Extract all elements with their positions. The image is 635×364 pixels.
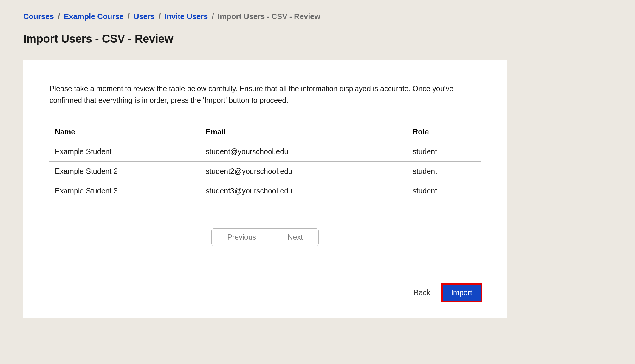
review-card: Please take a moment to review the table… (23, 60, 507, 318)
intro-text: Please take a moment to review the table… (49, 83, 481, 106)
col-header-email: Email (200, 123, 407, 142)
cell-name: Example Student (49, 142, 200, 161)
table-row: Example Student student@yourschool.edu s… (49, 142, 481, 161)
back-button[interactable]: Back (410, 285, 435, 300)
breadcrumb-separator: / (159, 12, 161, 21)
breadcrumb-courses[interactable]: Courses (23, 12, 54, 21)
breadcrumb-separator: / (58, 12, 60, 21)
breadcrumb: Courses / Example Course / Users / Invit… (23, 12, 612, 21)
breadcrumb-users[interactable]: Users (134, 12, 155, 21)
breadcrumb-invite-users[interactable]: Invite Users (165, 12, 208, 21)
cell-role: student (407, 142, 481, 161)
next-button[interactable]: Next (272, 229, 318, 246)
cell-email: student3@yourschool.edu (200, 181, 407, 201)
cell-role: student (407, 161, 481, 181)
table-row: Example Student 3 student3@yourschool.ed… (49, 181, 481, 201)
breadcrumb-separator: / (128, 12, 130, 21)
col-header-role: Role (407, 123, 481, 142)
import-button[interactable]: Import (443, 285, 481, 301)
pagination: Previous Next (49, 228, 481, 246)
cell-email: student2@yourschool.edu (200, 161, 407, 181)
cell-email: student@yourschool.edu (200, 142, 407, 161)
col-header-name: Name (49, 123, 200, 142)
table-header-row: Name Email Role (49, 123, 481, 142)
cell-name: Example Student 2 (49, 161, 200, 181)
breadcrumb-example-course[interactable]: Example Course (64, 12, 124, 21)
page-title: Import Users - CSV - Review (23, 32, 612, 45)
review-table: Name Email Role Example Student student@… (49, 123, 481, 201)
cell-name: Example Student 3 (49, 181, 200, 201)
cell-role: student (407, 181, 481, 201)
table-row: Example Student 2 student2@yourschool.ed… (49, 161, 481, 181)
breadcrumb-separator: / (212, 12, 214, 21)
footer-buttons: Back Import (49, 285, 481, 301)
previous-button[interactable]: Previous (212, 229, 272, 246)
breadcrumb-current: Import Users - CSV - Review (218, 12, 320, 21)
